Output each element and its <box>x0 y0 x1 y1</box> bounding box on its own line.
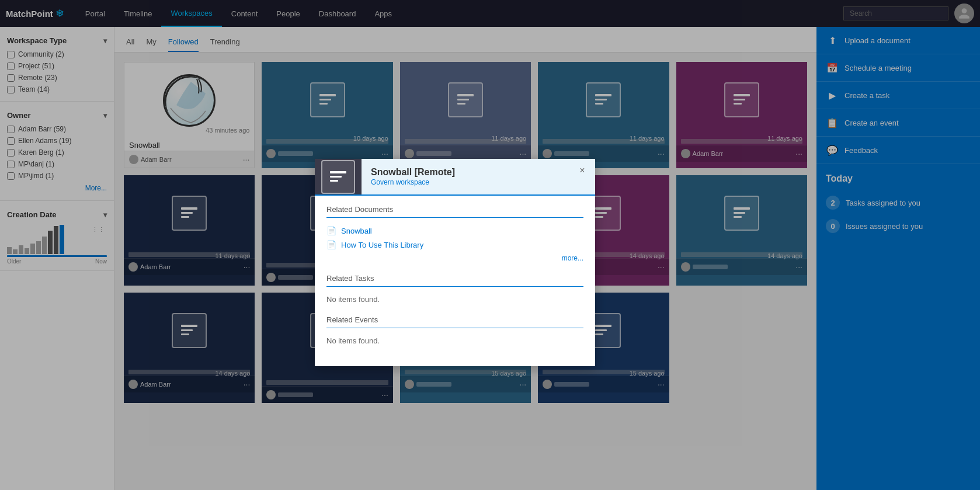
modal: Snowball [Remote] Govern workspace × Rel… <box>315 159 595 366</box>
modal-title: Snowball [Remote] <box>371 167 586 178</box>
related-tasks-section: Related Tasks No items found. <box>326 274 583 306</box>
related-events-empty: No items found. <box>326 334 583 347</box>
related-events-section: Related Events No items found. <box>326 315 583 347</box>
modal-close-button[interactable]: × <box>575 164 589 178</box>
svg-rect-42 <box>330 180 338 182</box>
doc-item-library: 📄 How To Use This Library <box>326 238 583 252</box>
modal-header-icon <box>315 159 362 194</box>
doc-item-snowball: 📄 Snowball <box>326 224 583 238</box>
document-icon: 📄 <box>326 226 336 235</box>
related-tasks-title: Related Tasks <box>326 274 583 287</box>
svg-rect-41 <box>330 176 342 178</box>
govern-workspace-link[interactable]: Govern workspace <box>371 178 429 186</box>
doc-link-snowball[interactable]: Snowball <box>341 227 372 235</box>
modal-header: Snowball [Remote] Govern workspace × <box>315 159 595 196</box>
related-documents-section: Related Documents 📄 Snowball 📄 How To Us… <box>326 205 583 265</box>
modal-header-info: Snowball [Remote] Govern workspace <box>362 159 595 194</box>
related-events-title: Related Events <box>326 315 583 328</box>
related-documents-title: Related Documents <box>326 205 583 218</box>
related-tasks-empty: No items found. <box>326 293 583 306</box>
document-icon: 📄 <box>326 240 336 249</box>
documents-more-link[interactable]: more... <box>326 252 583 265</box>
doc-link-library[interactable]: How To Use This Library <box>341 241 423 249</box>
modal-overlay[interactable]: Snowball [Remote] Govern workspace × Rel… <box>0 0 980 490</box>
svg-rect-40 <box>330 171 346 173</box>
modal-body: Related Documents 📄 Snowball 📄 How To Us… <box>315 196 595 366</box>
